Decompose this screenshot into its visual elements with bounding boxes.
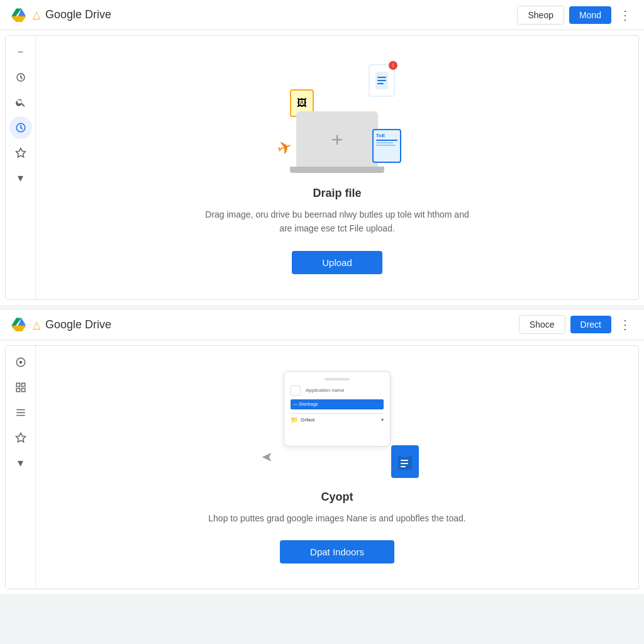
sidebar-item-star[interactable] bbox=[9, 142, 32, 164]
upload-content-2: Application name — Shertrage 📁 Grfaot ▾ bbox=[36, 346, 638, 589]
upload-title: Draip file bbox=[313, 187, 361, 200]
more-menu-icon-2[interactable]: ⋮ bbox=[616, 314, 634, 335]
paper-plane-icon: ✈ bbox=[274, 136, 295, 160]
sidebar-more-1[interactable]: ▾ bbox=[9, 167, 32, 189]
dialog-row-1: Application name bbox=[291, 386, 384, 396]
sidebar-2: ▾ bbox=[6, 346, 36, 589]
sidebar-item-clock[interactable] bbox=[9, 116, 32, 139]
sidebar-item-2-star[interactable] bbox=[9, 426, 32, 449]
sidebar-1: − ▾ bbox=[6, 36, 36, 299]
svg-rect-10 bbox=[16, 388, 19, 391]
dialog-illustration: Application name — Shertrage 📁 Grfaot ▾ bbox=[262, 371, 413, 478]
svg-rect-19 bbox=[401, 466, 406, 467]
svg-rect-13 bbox=[16, 412, 25, 413]
upload-illustration: ✈ 🖼 + ! ToE bbox=[268, 61, 406, 174]
dialog-select: — Shertrage bbox=[291, 399, 384, 409]
sidebar-item-search[interactable] bbox=[9, 91, 32, 114]
toe-file-icon: ToE bbox=[372, 129, 401, 163]
sidebar-item-2-settings[interactable] bbox=[9, 351, 32, 374]
arrow-icon: ➤ bbox=[262, 449, 273, 465]
svg-rect-12 bbox=[16, 409, 25, 411]
svg-rect-17 bbox=[401, 460, 408, 461]
sidebar-item-2-list[interactable] bbox=[9, 401, 32, 424]
topbar-2: △ Google Drive Shoce Drect ⋮ bbox=[0, 310, 644, 340]
sidebar-item-minus[interactable]: − bbox=[9, 41, 32, 64]
laptop-plus-icon: + bbox=[331, 128, 343, 152]
google-drive-logo-2 bbox=[10, 316, 28, 333]
cyopt-upload-button[interactable]: Dpat Indoors bbox=[280, 540, 394, 564]
doc-badge: ! bbox=[389, 61, 397, 70]
google-drive-logo bbox=[10, 6, 28, 24]
checkbox-icon bbox=[291, 386, 301, 396]
topbar-primary-btn-1[interactable]: Mond bbox=[569, 6, 611, 24]
warning-icon-1: △ bbox=[33, 9, 40, 21]
dialog-row-label: Application name bbox=[306, 387, 384, 393]
cyopt-title: Cyopt bbox=[321, 491, 353, 504]
svg-rect-3 bbox=[377, 77, 386, 78]
laptop-base bbox=[290, 167, 384, 173]
dialog-divider bbox=[291, 413, 384, 414]
dialog-handle bbox=[325, 378, 350, 380]
svg-rect-11 bbox=[21, 388, 25, 391]
svg-rect-8 bbox=[16, 383, 19, 386]
warning-icon-2: △ bbox=[33, 319, 40, 331]
dialog-folder-row: 📁 Grfaot ▾ bbox=[291, 416, 384, 423]
laptop-body: + bbox=[296, 111, 378, 168]
topbar-ghost-btn-2[interactable]: Shoce bbox=[519, 315, 565, 334]
sidebar-item-circle[interactable] bbox=[9, 66, 32, 89]
sidebar-more-2[interactable]: ▾ bbox=[9, 452, 32, 474]
sidebar-item-2-grid[interactable] bbox=[9, 376, 32, 399]
svg-rect-5 bbox=[377, 83, 384, 84]
folder-label: Grfaot bbox=[301, 417, 314, 423]
topbar-ghost-btn-1[interactable]: Sheop bbox=[517, 6, 564, 25]
folder-icon: 📁 bbox=[291, 416, 298, 423]
dialog-box: Application name — Shertrage 📁 Grfaot ▾ bbox=[284, 371, 391, 447]
more-menu-icon-1[interactable]: ⋮ bbox=[616, 5, 634, 25]
topbar-1: △ Google Drive Sheop Mond ⋮ bbox=[0, 0, 644, 30]
topbar-primary-btn-2[interactable]: Drect bbox=[570, 316, 611, 333]
svg-rect-14 bbox=[16, 415, 25, 416]
topbar-title-1: Google Drive bbox=[45, 8, 512, 21]
upload-button[interactable]: Upload bbox=[292, 251, 382, 274]
svg-rect-16 bbox=[401, 453, 409, 457]
folder-chevron: ▾ bbox=[381, 417, 384, 423]
app-section-1: − ▾ ✈ bbox=[5, 35, 639, 300]
topbar-title-2: Google Drive bbox=[45, 318, 514, 331]
cyopt-desc: Lhop to puttes grad google images Nane i… bbox=[208, 511, 465, 525]
upload-desc: Drag image, oru drive bu beernad nlwy bu… bbox=[199, 208, 475, 236]
svg-rect-4 bbox=[377, 80, 386, 81]
svg-rect-9 bbox=[21, 383, 25, 386]
svg-rect-18 bbox=[401, 463, 408, 464]
app-section-2: ▾ Application name — Shertrage bbox=[5, 345, 639, 589]
upload-content-1: ✈ 🖼 + ! ToE bbox=[36, 36, 638, 299]
clipboard-icon bbox=[391, 445, 419, 478]
svg-point-7 bbox=[19, 361, 22, 364]
